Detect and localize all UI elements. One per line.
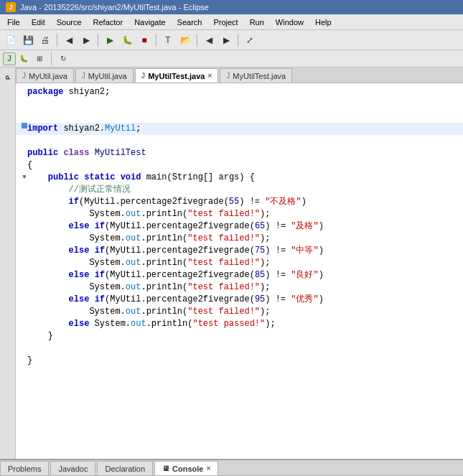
java-file-icon3: J: [141, 72, 146, 80]
tab-bar: J MyUtil.java J MyUtil.java J MyUtilTest…: [16, 67, 463, 83]
bottom-panel: Problems Javadoc Declaration 🖥 Console ×…: [0, 459, 463, 476]
console-close-icon[interactable]: ×: [207, 465, 211, 472]
code-line-1: package shiyan2;: [16, 86, 463, 98]
code-line-main: ▼ public static void main(String[] args)…: [16, 172, 463, 184]
tab-label-3: MyUtilTest.java: [148, 72, 205, 80]
code-line-if85: else if(MyUtil.percentage2fivegrade(85) …: [16, 269, 463, 281]
print-button[interactable]: 🖨: [37, 32, 53, 48]
menu-refactor[interactable]: Refactor: [88, 17, 129, 28]
toolbar-separator4: [197, 34, 197, 47]
tab-label-4: MyUtilTest.java: [233, 72, 286, 80]
menu-file[interactable]: File: [1, 17, 26, 28]
code-editor[interactable]: package shiyan2; import shiyan2.MyUtil;: [16, 83, 463, 459]
code-line-comment: //测试正常情况: [16, 184, 463, 196]
code-line-blank3: [16, 342, 463, 355]
bottom-tab-bar: Problems Javadoc Declaration 🖥 Console ×: [0, 460, 463, 476]
code-line-3: [16, 111, 463, 123]
package-explorer-btn[interactable]: P: [1, 70, 14, 83]
next-edit-button[interactable]: ▶: [78, 32, 94, 48]
code-line-import: import shiyan2.MyUtil;: [16, 123, 463, 135]
secondary-toolbar: J 🐛 ⊞ ↻: [0, 50, 463, 67]
tab-javadoc-label: Javadoc: [58, 465, 88, 473]
tab-problems[interactable]: Problems: [0, 461, 49, 475]
toolbar-separator3: [156, 34, 156, 47]
title-text: Java - 20135226/src/shiyan2/MyUtilTest.j…: [20, 3, 209, 11]
menu-source[interactable]: Source: [51, 17, 88, 28]
code-line-brace-open: {: [16, 159, 463, 172]
console-icon: 🖥: [162, 465, 169, 472]
code-line-sysout2: System.out.println("test failed!");: [16, 233, 463, 245]
code-line-sysout5: System.out.println("test failed!");: [16, 306, 463, 318]
code-line-class: public class MyUtilTest: [16, 147, 463, 159]
menu-help[interactable]: Help: [309, 17, 337, 28]
toolbar-separator: [57, 34, 57, 47]
code-line-sysout3: System.out.println("test failed!");: [16, 257, 463, 269]
forward-button[interactable]: ▶: [218, 32, 234, 48]
menu-edit[interactable]: Edit: [26, 17, 51, 28]
java-file-icon: J: [22, 72, 26, 80]
open-type-button[interactable]: T: [160, 32, 176, 48]
code-line-if55: if(MyUtil.percentage2fivegrade(55) != "不…: [16, 196, 463, 208]
prev-edit-button[interactable]: ◀: [61, 32, 77, 48]
debug-perspective-btn[interactable]: 🐛: [17, 52, 30, 65]
title-bar: J Java - 20135226/src/shiyan2/MyUtilTest…: [0, 0, 463, 14]
menu-search[interactable]: Search: [172, 17, 208, 28]
tab-label-2: MyUtil.java: [88, 72, 127, 80]
tab-declaration[interactable]: Declaration: [97, 461, 153, 475]
code-line-2: [16, 98, 463, 111]
tab-close-icon[interactable]: ×: [207, 72, 212, 80]
tab-myutiltest-active[interactable]: J MyUtilTest.java ×: [135, 68, 219, 83]
run-button[interactable]: ▶: [102, 32, 118, 48]
tab-javadoc[interactable]: Javadoc: [50, 461, 95, 475]
tab-console[interactable]: 🖥 Console ×: [154, 461, 218, 475]
back-button[interactable]: ◀: [201, 32, 217, 48]
code-line-if95: else if(MyUtil.percentage2fivegrade(95) …: [16, 294, 463, 306]
main-toolbar: 📄 💾 🖨 ◀ ▶ ▶ 🐛 ■ T 📂 ◀ ▶ ⤢: [0, 30, 463, 50]
java-file-icon2: J: [82, 72, 85, 80]
code-line-blank2: [16, 135, 463, 147]
fold-icon-main[interactable]: ▼: [22, 172, 26, 184]
code-line-method-close: }: [16, 330, 463, 342]
new-button[interactable]: 📄: [3, 32, 19, 48]
code-line-if75: else if(MyUtil.percentage2fivegrade(75) …: [16, 245, 463, 257]
code-line-sysout4: System.out.println("test failed!");: [16, 281, 463, 294]
tab-myutil-2[interactable]: J MyUtil.java: [75, 68, 134, 83]
editor-container: J MyUtil.java J MyUtil.java J MyUtilTest…: [16, 67, 463, 459]
tab-console-label: Console: [172, 465, 203, 473]
tab-label-1: MyUtil.java: [29, 72, 67, 80]
menu-window[interactable]: Window: [270, 17, 309, 28]
left-gutter: P: [0, 67, 16, 459]
code-line-sysout1: System.out.println("test failed!");: [16, 208, 463, 220]
tab-myutiltest-2[interactable]: J MyUtilTest.java: [220, 68, 292, 83]
breakpoint-icon: [22, 123, 27, 129]
app-icon: J: [6, 2, 16, 12]
java-file-icon4: J: [226, 72, 230, 80]
menu-run[interactable]: Run: [244, 17, 270, 28]
toolbar2-sep: [51, 52, 52, 65]
menu-bar: File Edit Source Refactor Navigate Searc…: [0, 14, 463, 30]
open-resource-button[interactable]: 📂: [177, 32, 193, 48]
tab-myutil-1[interactable]: J MyUtil.java: [16, 68, 74, 83]
code-line-if65: else if(MyUtil.percentage2fivegrade(65) …: [16, 220, 463, 233]
code-line-passed: else System.out.println("test passed!");: [16, 318, 463, 330]
perspective-btn[interactable]: ⊞: [32, 51, 47, 67]
main-layout: P J MyUtil.java J MyUtil.java J MyUtilTe…: [0, 67, 463, 459]
debug-button[interactable]: 🐛: [119, 32, 135, 48]
code-line-class-close: }: [16, 355, 463, 367]
menu-project[interactable]: Project: [207, 17, 243, 28]
toolbar-separator2: [98, 34, 98, 47]
menu-navigate[interactable]: Navigate: [128, 17, 171, 28]
stop-button[interactable]: ■: [136, 32, 152, 48]
save-button[interactable]: 💾: [20, 32, 36, 48]
sync-btn[interactable]: ↻: [55, 51, 71, 67]
toolbar-separator5: [238, 34, 238, 47]
maximize-button[interactable]: ⤢: [242, 32, 258, 48]
java-perspective-btn[interactable]: J: [3, 52, 16, 65]
